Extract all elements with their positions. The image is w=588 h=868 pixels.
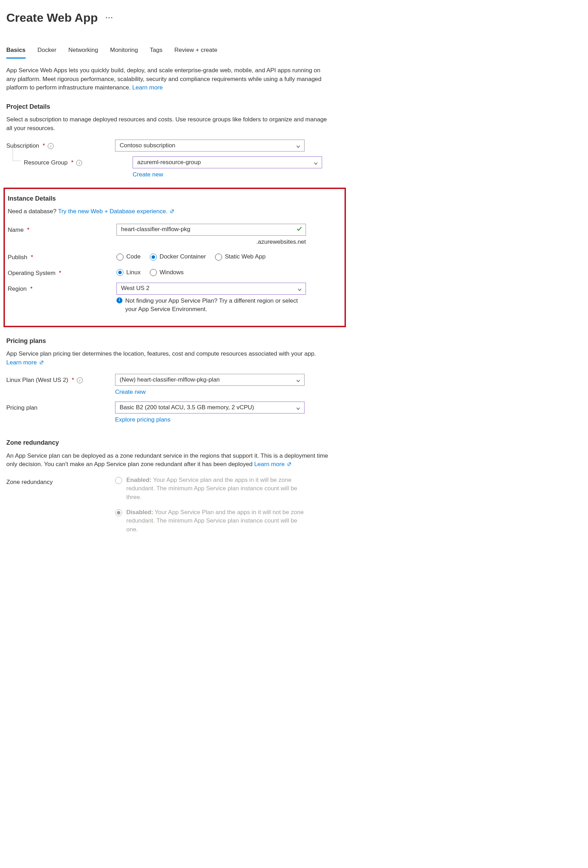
region-hint: i Not finding your App Service Plan? Try…	[117, 297, 306, 314]
zone-disabled-radio	[115, 508, 122, 516]
page-title: Create Web App ···	[6, 9, 343, 26]
pricing-plan-select[interactable]: Basic B2 (200 total ACU, 3.5 GB memory, …	[115, 402, 304, 413]
tab-bar: Basics Docker Networking Monitoring Tags…	[6, 44, 343, 59]
external-link-icon	[286, 461, 291, 468]
intro-text: App Service Web Apps lets you quickly bu…	[6, 66, 329, 92]
chevron-down-icon	[296, 143, 301, 148]
linux-plan-label: Linux Plan (West US 2) * i	[6, 374, 115, 385]
info-icon[interactable]: i	[76, 160, 82, 166]
region-label: Region *	[8, 283, 117, 294]
info-icon[interactable]: i	[77, 377, 83, 383]
project-details-heading: Project Details	[6, 102, 343, 111]
zone-redundancy-label: Zone redundancy	[6, 476, 115, 487]
publish-label: Publish *	[8, 251, 117, 262]
radio-icon	[215, 254, 222, 261]
zone-disabled-text: Your App Service Plan and the apps in it…	[126, 509, 304, 533]
pricing-plan-label-text: Pricing plan	[6, 404, 37, 412]
resource-group-label-text: Resource Group	[24, 158, 68, 167]
domain-suffix: .azurewebsites.net	[117, 238, 306, 247]
instance-details-heading: Instance Details	[8, 194, 342, 203]
database-prompt-text: Need a database?	[8, 208, 58, 215]
publish-docker-radio[interactable]: Docker Container	[150, 252, 206, 261]
publish-static-radio[interactable]: Static Web App	[215, 252, 266, 261]
tab-review-create[interactable]: Review + create	[174, 44, 217, 58]
info-icon: i	[117, 297, 123, 303]
chevron-down-icon	[296, 377, 301, 382]
zone-enabled-title: Enabled:	[126, 477, 152, 483]
radio-icon	[117, 269, 124, 276]
publish-code-label: Code	[126, 252, 141, 261]
os-linux-radio[interactable]: Linux	[117, 268, 141, 277]
name-value: heart-classifier-mlflow-pkg	[121, 225, 190, 234]
region-value: West US 2	[121, 284, 149, 293]
zone-heading: Zone redundancy	[6, 438, 343, 447]
zone-enabled-desc: Enabled: Your App Service plan and the a…	[126, 476, 304, 502]
subscription-label: Subscription * i	[6, 140, 115, 151]
linux-plan-select[interactable]: (New) heart-classifier-mlflow-pkg-plan	[115, 374, 304, 386]
region-select[interactable]: West US 2	[117, 283, 306, 295]
zone-desc: An App Service plan can be deployed as a…	[6, 452, 329, 469]
name-label-text: Name	[8, 226, 24, 235]
os-label-text: Operating System	[8, 269, 55, 278]
linux-plan-label-text: Linux Plan (West US 2)	[6, 376, 68, 385]
os-windows-label: Windows	[160, 268, 184, 277]
name-input[interactable]: heart-classifier-mlflow-pkg	[117, 224, 306, 236]
publish-static-label: Static Web App	[225, 252, 266, 261]
radio-icon	[115, 509, 122, 516]
resource-group-select[interactable]: azureml-resource-group	[133, 156, 322, 168]
required-asterisk: *	[43, 142, 45, 151]
tab-networking[interactable]: Networking	[68, 44, 98, 58]
create-new-plan-link[interactable]: Create new	[115, 388, 146, 395]
web-database-link-text: Try the new Web + Database experience.	[58, 208, 167, 215]
intro-body: App Service Web Apps lets you quickly bu…	[6, 67, 321, 91]
intro-learn-more-link[interactable]: Learn more	[132, 84, 163, 91]
external-link-icon	[169, 208, 174, 215]
info-icon[interactable]: i	[48, 143, 54, 149]
pricing-plan-label: Pricing plan	[6, 402, 115, 412]
pricing-plan-value: Basic B2 (200 total ACU, 3.5 GB memory, …	[120, 403, 254, 412]
tab-tags[interactable]: Tags	[150, 44, 163, 58]
zone-learn-more-link[interactable]: Learn more	[254, 461, 291, 468]
tab-docker[interactable]: Docker	[37, 44, 56, 58]
region-label-text: Region	[8, 285, 27, 294]
page-title-text: Create Web App	[6, 9, 98, 26]
publish-code-radio[interactable]: Code	[117, 252, 141, 261]
radio-icon	[115, 477, 122, 484]
os-label: Operating System *	[8, 267, 117, 278]
pricing-desc: App Service plan pricing tier determines…	[6, 350, 329, 367]
zone-enabled-radio	[115, 476, 122, 484]
required-asterisk: *	[30, 285, 33, 294]
required-asterisk: *	[27, 226, 30, 235]
radio-icon	[117, 254, 124, 261]
zone-enabled-text: Your App Service plan and the apps in it…	[126, 477, 297, 500]
zone-learn-more-text: Learn more	[254, 461, 285, 468]
create-new-rg-link[interactable]: Create new	[133, 171, 163, 178]
subscription-value: Contoso subscription	[120, 141, 176, 150]
pricing-desc-text: App Service plan pricing tier determines…	[6, 350, 316, 357]
publish-docker-label: Docker Container	[160, 252, 206, 261]
required-asterisk: *	[72, 376, 74, 385]
external-link-icon	[38, 359, 44, 366]
explore-pricing-link[interactable]: Explore pricing plans	[115, 416, 170, 423]
web-database-link[interactable]: Try the new Web + Database experience.	[58, 208, 174, 215]
pricing-learn-more-text: Learn more	[6, 359, 37, 366]
resource-group-label: Resource Group * i	[6, 156, 133, 167]
pricing-learn-more-link[interactable]: Learn more	[6, 359, 44, 366]
zone-redundancy-label-text: Zone redundancy	[6, 478, 53, 487]
database-prompt: Need a database? Try the new Web + Datab…	[8, 207, 342, 216]
zone-disabled-title: Disabled:	[126, 509, 153, 515]
linux-plan-value: (New) heart-classifier-mlflow-pkg-plan	[120, 376, 220, 384]
project-details-desc: Select a subscription to manage deployed…	[6, 115, 329, 133]
tab-basics[interactable]: Basics	[6, 44, 26, 58]
name-label: Name *	[8, 224, 117, 235]
resource-group-value: azureml-resource-group	[137, 158, 201, 167]
more-icon[interactable]: ···	[106, 13, 114, 23]
chevron-down-icon	[296, 405, 301, 410]
subscription-select[interactable]: Contoso subscription	[115, 140, 304, 152]
os-windows-radio[interactable]: Windows	[150, 268, 184, 277]
pricing-heading: Pricing plans	[6, 336, 343, 345]
radio-icon	[150, 254, 157, 261]
tab-monitoring[interactable]: Monitoring	[110, 44, 138, 58]
chevron-down-icon	[297, 286, 302, 291]
instance-details-highlight: Instance Details Need a database? Try th…	[3, 187, 346, 327]
